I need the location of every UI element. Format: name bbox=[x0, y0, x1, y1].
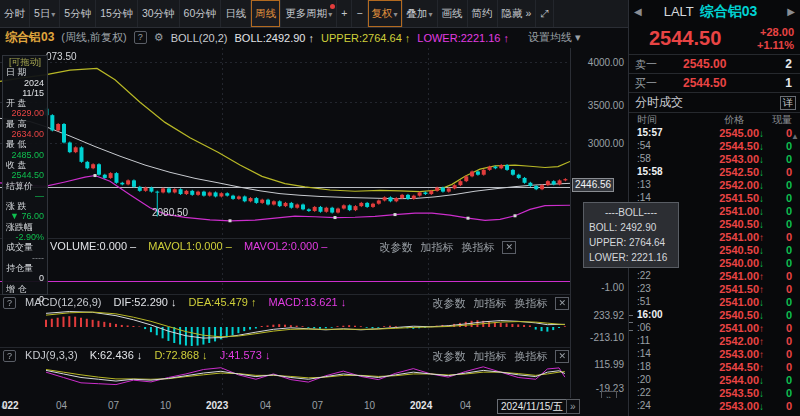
toolbar-item-5日[interactable]: 5日▾ bbox=[30, 0, 60, 27]
prev-symbol-icon[interactable]: ◀ bbox=[634, 6, 642, 17]
tick-row[interactable]: :222541.00↑0 bbox=[629, 269, 800, 282]
tick-row[interactable]: 16:002540.50↓0 bbox=[629, 308, 800, 321]
toolbar-item-分时[interactable]: 分时 bbox=[0, 0, 30, 27]
switch-indicator-button[interactable]: 换指标 bbox=[461, 240, 494, 255]
info-value: 2485.00 bbox=[6, 150, 44, 160]
quote-header: ◀ LALT 综合铝03 ▶ bbox=[629, 0, 800, 23]
toolbar-item-简约[interactable]: 简约 bbox=[468, 0, 498, 27]
tick-row[interactable]: :142543.00↑0 bbox=[629, 347, 800, 360]
high-price-label: 073.50 bbox=[46, 51, 77, 62]
tick-row[interactable]: :512541.00↓0 bbox=[629, 295, 800, 308]
bid-price: 2544.50 bbox=[683, 76, 726, 90]
info-value: 2544.50 bbox=[6, 170, 44, 180]
add-indicator-button[interactable]: 加指标 bbox=[420, 240, 453, 255]
low-price-label: 2080.50 bbox=[152, 207, 188, 218]
time-tick-label: 04 bbox=[460, 400, 471, 411]
toolbar-item-60分钟[interactable]: 60分钟 bbox=[180, 0, 222, 27]
info-label: 最 低 bbox=[6, 139, 44, 149]
toolbar-item-更多周期[interactable]: 更多周期▾ bbox=[281, 0, 337, 27]
add-indicator-button[interactable]: 加指标 bbox=[473, 349, 506, 364]
switch-indicator-button[interactable]: 换指标 bbox=[514, 349, 547, 364]
symbol-code: LALT bbox=[664, 4, 694, 19]
next-symbol-icon[interactable]: ▶ bbox=[787, 6, 795, 17]
scroll-up-icon[interactable]: ▲ bbox=[791, 132, 799, 141]
modify-params-button[interactable]: 改参数 bbox=[432, 296, 465, 311]
kdj-name[interactable]: KDJ(9,3,3) bbox=[25, 349, 78, 361]
toolbar-item-−[interactable]: − bbox=[352, 0, 367, 27]
price-chart-canvas[interactable] bbox=[0, 48, 570, 398]
tick-row[interactable]: :132542.00↓0 bbox=[629, 178, 800, 191]
ask-row: 卖一 2545.00 2 bbox=[629, 55, 800, 74]
tick-row[interactable]: :202544.00↓0 bbox=[629, 373, 800, 386]
info-value: ▼ 76.00 bbox=[6, 211, 44, 221]
close-panel-icon[interactable]: ✕ bbox=[555, 350, 569, 363]
tick-row[interactable]: :542544.50↓0 bbox=[629, 139, 800, 152]
boll-tooltip: ----BOLL----BOLL: 2492.90UPPER: 2764.64L… bbox=[583, 202, 679, 268]
tick-row[interactable]: :182544.50↑0 bbox=[629, 360, 800, 373]
panel-divider[interactable] bbox=[0, 238, 570, 239]
indicator-name[interactable]: BOLL(20,2) bbox=[171, 32, 228, 44]
time-tick-label: 07 bbox=[312, 400, 323, 411]
toolbar-item-复权[interactable]: 复权▾ bbox=[368, 0, 403, 27]
ask-price: 2545.00 bbox=[683, 57, 726, 71]
toolbar-item-隐藏 »[interactable]: 隐藏 » bbox=[498, 0, 537, 27]
tick-row[interactable]: :062541.00↑0 bbox=[629, 321, 800, 334]
axis-tick-label: 115.99 bbox=[572, 359, 624, 370]
tick-row[interactable]: 15:572545.00↓0 bbox=[629, 126, 800, 139]
tick-row[interactable]: :232541.50↑0 bbox=[629, 282, 800, 295]
close-panel-icon[interactable]: ✕ bbox=[502, 241, 516, 254]
toolbar-item-30分钟[interactable]: 30分钟 bbox=[138, 0, 180, 27]
k-value: K:62.436 ↓ bbox=[90, 349, 143, 361]
scroll-right-icon[interactable]: » bbox=[566, 399, 580, 414]
tick-row[interactable]: :242543.00↓0 bbox=[629, 399, 800, 412]
time-tick-label: 07 bbox=[108, 400, 119, 411]
add-indicator-button[interactable]: 加指标 bbox=[473, 296, 506, 311]
tick-row[interactable]: 15:582542.50↓0 bbox=[629, 165, 800, 178]
time-tick-label: 04 bbox=[56, 400, 67, 411]
switch-indicator-button[interactable]: 换指标 bbox=[514, 296, 547, 311]
toolbar-item-日线[interactable]: 日线 bbox=[221, 0, 251, 27]
panel-divider[interactable] bbox=[0, 294, 570, 295]
chart-area[interactable]: 4000.003500.003000.00-1.00233.92-213.101… bbox=[0, 48, 628, 398]
help-icon[interactable]: ? bbox=[3, 350, 16, 362]
set-ma-button[interactable]: 设置均线 ▾ bbox=[528, 27, 581, 48]
gear-icon[interactable]: ⚙ bbox=[154, 31, 164, 44]
symbol-name: 综合铝03 bbox=[700, 3, 787, 21]
toolbar-item-⤢[interactable]: ⤢ bbox=[536, 0, 553, 27]
tooltip-line: ----BOLL---- bbox=[589, 205, 673, 220]
axis-tick-label: 3500.00 bbox=[572, 100, 624, 111]
toolbar-item-15分钟[interactable]: 15分钟 bbox=[96, 0, 138, 27]
modify-params-button[interactable]: 改参数 bbox=[432, 349, 465, 364]
info-value: 2629.00 bbox=[6, 108, 44, 118]
info-label: 开 盘 bbox=[6, 98, 44, 108]
symbol-subtitle: (周线,前复权) bbox=[61, 30, 126, 45]
time-tick-label: 04 bbox=[260, 400, 271, 411]
tick-list-header: 分时成交 详 bbox=[629, 93, 800, 113]
toolbar-item-叠加[interactable]: 叠加▾ bbox=[403, 0, 438, 27]
modify-params-button[interactable]: 改参数 bbox=[379, 240, 412, 255]
last-price-block: 2544.50 +28.00 +1.11% bbox=[629, 23, 800, 55]
help-icon[interactable]: ? bbox=[134, 31, 147, 44]
info-value: -2.90% bbox=[6, 232, 44, 242]
info-value: 0 bbox=[6, 273, 44, 283]
tooltip-line: UPPER: 2764.64 bbox=[589, 235, 673, 250]
toolbar-item-画线[interactable]: 画线 bbox=[438, 0, 468, 27]
ohlc-info-panel[interactable]: [可拖动]日 期202411/15开 盘2629.00最 高2634.00最 低… bbox=[2, 55, 48, 295]
toolbar-item-+[interactable]: + bbox=[337, 0, 352, 27]
info-label: 持仓量 bbox=[6, 263, 44, 273]
tick-row[interactable]: :222543.50↓0 bbox=[629, 386, 800, 399]
close-panel-icon[interactable]: ✕ bbox=[555, 297, 569, 310]
time-axis: « 2024/11/15/五 » 02204071020230407102024… bbox=[0, 398, 628, 416]
panel-resize-grip[interactable] bbox=[629, 312, 633, 334]
toolbar-item-5分钟[interactable]: 5分钟 bbox=[60, 0, 96, 27]
panel-divider[interactable] bbox=[0, 347, 570, 348]
toolbar-item-周线[interactable]: 周线 bbox=[251, 0, 281, 27]
info-value: 2024 bbox=[6, 78, 44, 88]
detail-button[interactable]: 详 bbox=[780, 96, 796, 110]
tick-row[interactable]: :582543.00↓0 bbox=[629, 152, 800, 165]
tick-list[interactable]: 15:572545.00↓0:542544.50↓0:582543.00↓015… bbox=[629, 126, 800, 412]
info-label: 涨跌幅 bbox=[6, 222, 44, 232]
tick-row[interactable]: :112542.00↑0 bbox=[629, 334, 800, 347]
boll-value: BOLL:2492.90 ↑ bbox=[235, 32, 315, 44]
boll-upper-value: UPPER:2764.64 ↑ bbox=[321, 32, 410, 44]
